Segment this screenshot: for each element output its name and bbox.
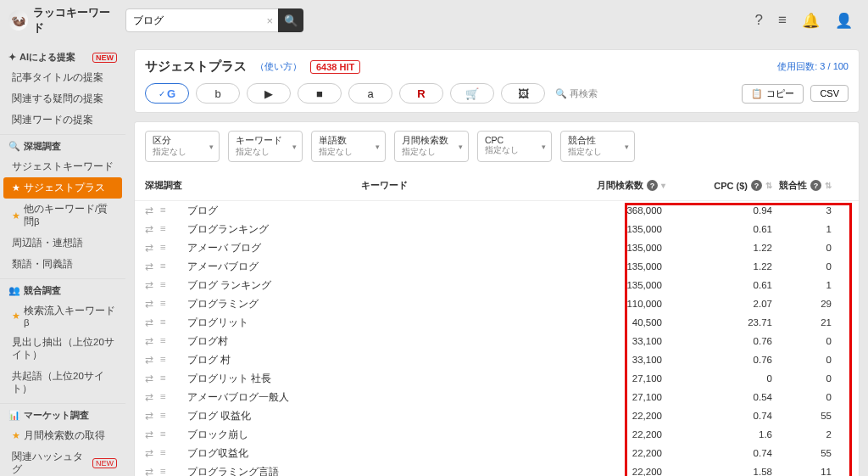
sidebar-item[interactable]: 類語・同義語 (0, 254, 125, 275)
source-bing[interactable]: b (196, 83, 240, 104)
menu-icon[interactable]: ≡ (160, 279, 166, 291)
menu-icon[interactable]: ≡ (160, 391, 166, 403)
help-icon[interactable]: ? (751, 180, 762, 191)
expand-icon[interactable]: ⇄ (145, 260, 153, 272)
sidebar-item[interactable]: ★月間検索数の取得 (0, 425, 125, 446)
help-icon[interactable]: ? (755, 12, 763, 29)
bell-icon[interactable]: 🔔 (802, 12, 820, 30)
filter-単語数[interactable]: 単語数指定なし (311, 131, 386, 162)
menu-icon[interactable]: ≡ (160, 316, 166, 328)
menu-icon[interactable]: ≡ (160, 447, 166, 459)
keyword-cell[interactable]: ブログ (187, 204, 581, 217)
usage-link[interactable]: （使い方） (255, 60, 302, 73)
expand-icon[interactable]: ⇄ (145, 372, 153, 384)
sidebar-item[interactable]: 周辺語・連想語 (0, 232, 125, 254)
filter-キーワード[interactable]: キーワード指定なし (228, 131, 303, 162)
filter-月間検索数[interactable]: 月間検索数指定なし (394, 131, 469, 162)
keyword-cell[interactable]: プログラミング (187, 298, 581, 311)
cpc-cell: 0.54 (713, 392, 772, 402)
sidebar-item[interactable]: ★サジェストプラス (3, 177, 122, 199)
sidebar-item[interactable]: サジェストキーワード (0, 156, 125, 177)
menu-icon[interactable]: ≡ (160, 354, 166, 366)
search-button[interactable]: 🔍 (278, 8, 303, 32)
menu-icon[interactable]: ≡ (160, 260, 166, 272)
col-deep[interactable]: 深堀調査 (145, 179, 187, 192)
filter-CPC[interactable]: CPC指定なし (477, 131, 552, 162)
amazon-icon: a (367, 87, 373, 100)
hit-badge: 6438 HIT (310, 60, 360, 74)
sidebar-item[interactable]: ★検索流入キーワードβ (0, 300, 125, 332)
expand-icon[interactable]: ⇄ (145, 447, 153, 459)
search-input[interactable] (125, 8, 285, 32)
menu-icon[interactable]: ≡ (160, 410, 166, 422)
cpc-cell: 23.71 (713, 317, 772, 328)
research-button[interactable]: 🔍再検索 (555, 87, 598, 100)
volume-cell: 135,000 (581, 243, 665, 253)
keyword-cell[interactable]: ブログ収益化 (187, 447, 581, 460)
keyword-cell[interactable]: ブログ 村 (187, 354, 581, 367)
keyword-cell[interactable]: プログリット (187, 316, 581, 329)
expand-icon[interactable]: ⇄ (145, 223, 153, 235)
expand-icon[interactable]: ⇄ (145, 335, 153, 347)
col-volume[interactable]: 月間検索数 ? ▾ (581, 179, 665, 192)
source-video[interactable]: ■ (298, 83, 342, 104)
source-image[interactable]: 🖼 (501, 83, 545, 104)
csv-button[interactable]: CSV (810, 85, 849, 102)
keyword-cell[interactable]: ブログ村 (187, 335, 581, 348)
expand-icon[interactable]: ⇄ (145, 428, 153, 440)
expand-icon[interactable]: ⇄ (145, 466, 153, 476)
keyword-cell[interactable]: プログリット 社長 (187, 372, 581, 385)
copy-button[interactable]: 📋コピー (742, 84, 804, 104)
keyword-cell[interactable]: ブロック崩し (187, 428, 581, 441)
sidebar-item[interactable]: 見出し抽出（上位20サイト） (0, 332, 125, 366)
filter-競合性[interactable]: 競合性指定なし (560, 131, 635, 162)
menu-icon[interactable]: ≡ (160, 466, 166, 476)
help-icon[interactable]: ? (647, 180, 658, 191)
keyword-cell[interactable]: アメーバ ブログ (187, 242, 581, 255)
keyword-cell[interactable]: ブログランキング (187, 223, 581, 236)
expand-icon[interactable]: ⇄ (145, 242, 153, 254)
keyword-cell[interactable]: プログラミング言語 (187, 466, 581, 477)
app-logo[interactable]: 🦦 ラッコキーワード (8, 5, 119, 36)
expand-icon[interactable]: ⇄ (145, 410, 153, 422)
col-keyword[interactable]: キーワード (187, 179, 581, 192)
expand-icon[interactable]: ⇄ (145, 316, 153, 328)
sort-icon: ▾ (661, 181, 665, 190)
keyword-cell[interactable]: アメーバブログ (187, 260, 581, 273)
source-amazon[interactable]: a (348, 83, 392, 104)
sidebar-item[interactable]: 関連ハッシュタグNEW (0, 446, 125, 476)
expand-icon[interactable]: ⇄ (145, 279, 153, 291)
expand-icon[interactable]: ⇄ (145, 204, 153, 216)
expand-icon[interactable]: ⇄ (145, 391, 153, 403)
user-icon[interactable]: 👤 (835, 12, 853, 30)
help-icon[interactable]: ? (810, 180, 821, 191)
menu-icon[interactable]: ≡ (160, 298, 166, 310)
sidebar-item[interactable]: 記事タイトルの提案 (0, 67, 125, 88)
col-competition[interactable]: 競合性 ? ⇅ (772, 179, 832, 192)
keyword-cell[interactable]: アメーバブログ一般人 (187, 391, 581, 404)
col-cpc[interactable]: CPC ($) ? ⇅ (713, 180, 772, 191)
source-google[interactable]: G (145, 83, 189, 104)
menu-icon[interactable]: ≡ (160, 428, 166, 440)
menu-icon[interactable]: ≡ (160, 242, 166, 254)
filter-区分[interactable]: 区分指定なし (145, 131, 220, 162)
menu-icon[interactable]: ≡ (160, 372, 166, 384)
keyword-cell[interactable]: ブログ 収益化 (187, 410, 581, 423)
menu-icon[interactable]: ≡ (160, 223, 166, 235)
keyword-cell[interactable]: ブログ ランキング (187, 279, 581, 292)
expand-icon[interactable]: ⇄ (145, 354, 153, 366)
volume-cell: 33,100 (581, 336, 665, 346)
sidebar-item[interactable]: 関連する疑問の提案 (0, 88, 125, 109)
menu-icon[interactable]: ≡ (160, 335, 166, 347)
sidebar-item[interactable]: 関連ワードの提案 (0, 109, 125, 131)
expand-icon[interactable]: ⇄ (145, 298, 153, 310)
menu-icon[interactable]: ≡ (160, 204, 166, 216)
clear-icon[interactable]: × (266, 14, 273, 27)
source-shopping[interactable]: 🛒 (450, 83, 494, 104)
sidebar-item[interactable]: 共起語（上位20サイト） (0, 366, 125, 400)
source-rakuten[interactable]: R (399, 83, 443, 104)
source-youtube[interactable]: ▶ (247, 83, 291, 104)
star-icon: ★ (12, 182, 20, 193)
menu-icon[interactable]: ≡ (778, 12, 787, 29)
sidebar-item[interactable]: ★他のキーワード/質問β (0, 199, 125, 232)
